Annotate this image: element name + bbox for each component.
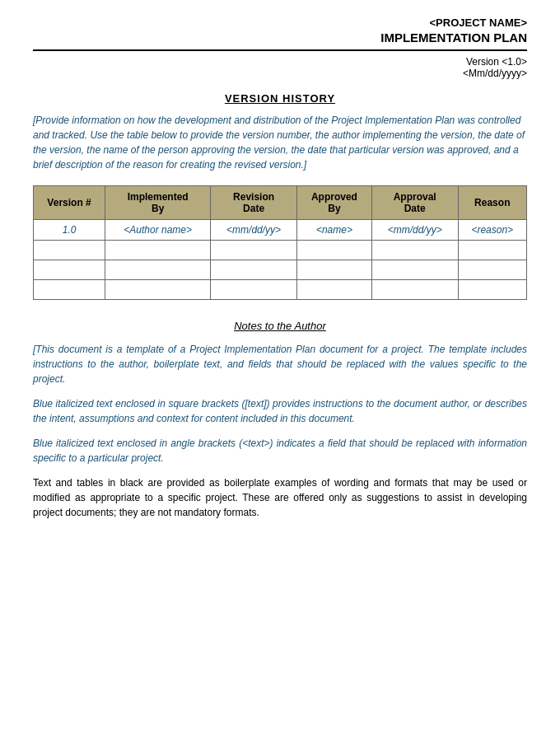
notes-section: Notes to the Author [This document is a … [33,320,527,520]
table-cell [371,280,458,300]
table-cell [371,241,458,260]
version-number: Version <1.0> [33,56,527,68]
table-cell [34,280,105,300]
version-info: Version <1.0> <Mm/dd/yyyy> [33,56,527,79]
table-cell: <mm/dd/yy> [211,220,297,241]
header-divider [33,49,527,51]
table-cell [458,260,526,280]
document-title: IMPLEMENTATION PLAN [33,30,527,44]
table-cell [297,241,372,260]
col-version: Version # [34,186,105,220]
notes-title: Notes to the Author [33,320,527,332]
table-cell [211,260,297,280]
table-cell [297,260,372,280]
table-row [34,241,527,260]
table-cell [371,260,458,280]
col-implemented: ImplementedBy [105,186,211,220]
table-row [34,260,527,280]
col-approval-date: ApprovalDate [371,186,458,220]
version-history-table: Version # ImplementedBy RevisionDate App… [33,185,527,300]
table-cell [211,280,297,300]
table-cell [105,260,211,280]
table-cell: <mm/dd/yy> [371,220,458,241]
table-cell [105,241,211,260]
table-row [34,280,527,300]
version-history-title: VERSION HISTORY [33,92,527,105]
notes-para-1: [This document is a template of a Projec… [33,342,527,386]
version-date: <Mm/dd/yyyy> [33,68,527,79]
table-row: 1.0<Author name><mm/dd/yy><name><mm/dd/y… [34,220,527,241]
version-history-intro: [Provide information on how the developm… [33,113,527,172]
table-cell [297,280,372,300]
table-cell: <reason> [458,220,526,241]
col-approved: ApprovedBy [297,186,372,220]
col-reason: Reason [458,186,526,220]
table-cell [34,241,105,260]
col-revision: RevisionDate [211,186,297,220]
table-cell: <Author name> [105,220,211,241]
table-cell [105,280,211,300]
table-cell: 1.0 [34,220,105,241]
document-header: <PROJECT NAME> IMPLEMENTATION PLAN [33,16,527,44]
notes-para-3: Blue italicized text enclosed in angle b… [33,436,527,466]
table-cell [211,241,297,260]
table-cell [458,280,526,300]
table-cell: <name> [297,220,372,241]
table-cell [34,260,105,280]
table-header-row: Version # ImplementedBy RevisionDate App… [34,186,527,220]
notes-para-2: Blue italicized text enclosed in square … [33,396,527,426]
table-cell [458,241,526,260]
notes-para-4: Text and tables in black are provided as… [33,475,527,520]
project-name: <PROJECT NAME> [33,16,527,29]
